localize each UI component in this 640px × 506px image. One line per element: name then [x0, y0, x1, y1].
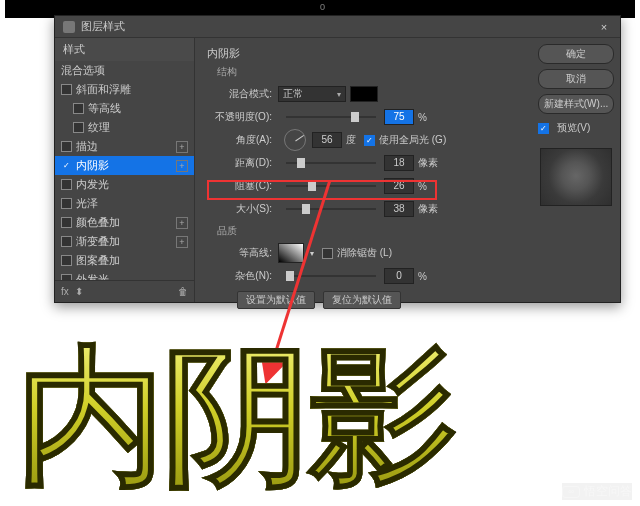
angle-input[interactable]: 56: [312, 132, 342, 148]
opacity-input[interactable]: 75: [384, 109, 414, 125]
plus-icon[interactable]: +: [176, 141, 188, 153]
style-preview: [540, 148, 612, 206]
checkbox-icon[interactable]: [61, 255, 72, 266]
style-pattern-overlay[interactable]: 图案叠加: [55, 251, 194, 270]
effect-sample-text: 内阴影: [16, 318, 454, 506]
opacity-slider[interactable]: [286, 116, 376, 118]
style-stroke[interactable]: 描边+: [55, 137, 194, 156]
blend-mode-dropdown[interactable]: 正常: [278, 86, 346, 102]
watermark-logo-icon: ∞: [562, 486, 580, 498]
checkbox-icon[interactable]: [61, 236, 72, 247]
angle-dial[interactable]: [284, 129, 306, 151]
cancel-button[interactable]: 取消: [538, 69, 614, 89]
size-input[interactable]: 38: [384, 201, 414, 217]
dialog-icon: [63, 21, 75, 33]
distance-input[interactable]: 18: [384, 155, 414, 171]
checkbox-icon[interactable]: [61, 160, 72, 171]
style-contour[interactable]: 等高线: [55, 99, 194, 118]
dialog-title: 图层样式: [81, 19, 596, 34]
preview-checkbox[interactable]: [538, 123, 549, 134]
style-texture[interactable]: 纹理: [55, 118, 194, 137]
contour-dropdown-icon[interactable]: ▾: [310, 249, 314, 258]
style-color-overlay[interactable]: 颜色叠加+: [55, 213, 194, 232]
style-inner-glow[interactable]: 内发光: [55, 175, 194, 194]
checkbox-icon[interactable]: [61, 217, 72, 228]
structure-subtitle: 结构: [217, 65, 520, 79]
blending-options[interactable]: 混合选项: [55, 61, 194, 80]
up-down-icon[interactable]: ⬍: [75, 286, 83, 297]
style-satin[interactable]: 光泽: [55, 194, 194, 213]
action-column: 确定 取消 新建样式(W)... 预览(V): [532, 38, 620, 302]
size-slider[interactable]: [286, 208, 376, 210]
global-light-checkbox[interactable]: [364, 135, 375, 146]
reset-default-button[interactable]: 复位为默认值: [323, 291, 401, 309]
fx-icon[interactable]: fx: [61, 286, 69, 297]
section-title: 内阴影: [207, 46, 520, 61]
checkbox-icon[interactable]: [61, 179, 72, 190]
plus-icon[interactable]: +: [176, 236, 188, 248]
checkbox-icon[interactable]: [73, 103, 84, 114]
checkbox-icon[interactable]: [61, 141, 72, 152]
contour-picker[interactable]: [278, 243, 304, 263]
styles-sidebar: 样式 混合选项 斜面和浮雕 等高线 纹理 描边+ 内阴影+ 内发光 光泽 颜色叠…: [55, 38, 195, 302]
distance-slider[interactable]: [286, 162, 376, 164]
checkbox-icon[interactable]: [61, 84, 72, 95]
new-style-button[interactable]: 新建样式(W)...: [538, 94, 614, 114]
watermark: ∞ 悟空问答: [562, 483, 632, 500]
styles-header[interactable]: 样式: [55, 38, 194, 61]
make-default-button[interactable]: 设置为默认值: [237, 291, 315, 309]
quality-subtitle: 品质: [217, 224, 520, 238]
noise-input[interactable]: 0: [384, 268, 414, 284]
row-angle: 角度(A): 56 度 使用全局光 (G): [207, 131, 520, 149]
row-contour: 等高线: ▾ 消除锯齿 (L): [207, 244, 520, 262]
ok-button[interactable]: 确定: [538, 44, 614, 64]
row-noise: 杂色(N): 0 %: [207, 267, 520, 285]
sidebar-footer: fx ⬍ 🗑: [55, 280, 194, 302]
row-blend-mode: 混合模式: 正常: [207, 85, 520, 103]
row-opacity: 不透明度(O): 75 %: [207, 108, 520, 126]
highlight-box: [207, 180, 437, 200]
shadow-color-swatch[interactable]: [350, 86, 378, 102]
close-icon[interactable]: ×: [596, 21, 612, 33]
checkbox-icon[interactable]: [61, 198, 72, 209]
style-outer-glow[interactable]: 外发光: [55, 270, 194, 280]
checkbox-icon[interactable]: [73, 122, 84, 133]
settings-panel: 内阴影 结构 混合模式: 正常 不透明度(O): 75 % 角度(A): 56 …: [195, 38, 532, 302]
plus-icon[interactable]: +: [176, 217, 188, 229]
style-gradient-overlay[interactable]: 渐变叠加+: [55, 232, 194, 251]
plus-icon[interactable]: +: [176, 160, 188, 172]
antialias-checkbox[interactable]: [322, 248, 333, 259]
layer-style-dialog: 图层样式 × 样式 混合选项 斜面和浮雕 等高线 纹理 描边+ 内阴影+ 内发光…: [54, 15, 621, 303]
row-size: 大小(S): 38 像素: [207, 200, 520, 218]
dialog-titlebar[interactable]: 图层样式 ×: [55, 16, 620, 38]
style-inner-shadow[interactable]: 内阴影+: [55, 156, 194, 175]
style-bevel[interactable]: 斜面和浮雕: [55, 80, 194, 99]
noise-slider[interactable]: [286, 275, 376, 277]
trash-icon[interactable]: 🗑: [178, 286, 188, 297]
row-distance: 距离(D): 18 像素: [207, 154, 520, 172]
